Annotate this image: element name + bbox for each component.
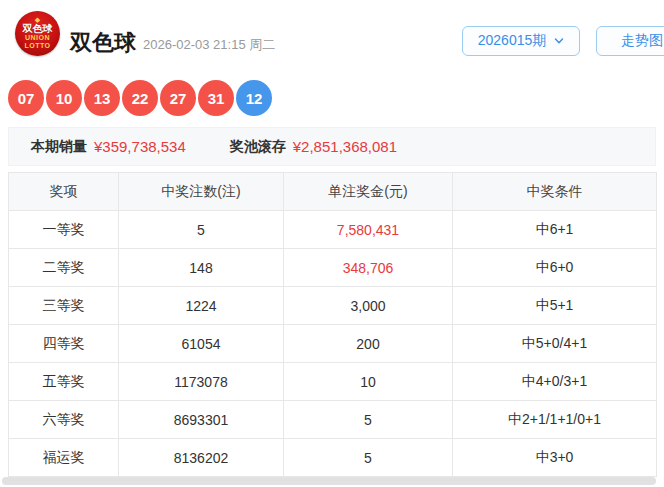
- page-title: 双色球: [70, 28, 136, 58]
- pool-label: 奖池滚存: [230, 138, 286, 156]
- condition-cell: 中4+0/3+1: [453, 363, 657, 401]
- issue-selector-label: 2026015期: [478, 32, 547, 50]
- union-lotto-logo: ◆ 双色球 UNION LOTTO: [15, 11, 60, 56]
- red-ball: 10: [46, 80, 82, 116]
- prize-cell: 五等奖: [9, 363, 119, 401]
- amount-cell: 5: [284, 439, 453, 477]
- prize-cell: 二等奖: [9, 249, 119, 287]
- table-row: 一等奖 5 7,580,431 中6+1: [9, 211, 657, 249]
- blue-bonus-ball: 12: [236, 80, 272, 116]
- sales-amount: ¥359,738,534: [94, 138, 186, 155]
- table-row: 四等奖 61054 200 中5+0/4+1: [9, 325, 657, 363]
- logo-text-cn: 双色球: [23, 23, 53, 34]
- amount-cell: 200: [284, 325, 453, 363]
- sales-label: 本期销量: [31, 138, 87, 156]
- pool-amount: ¥2,851,368,081: [293, 138, 397, 155]
- prize-table: 奖项 中奖注数(注) 单注奖金(元) 中奖条件 一等奖 5 7,580,431 …: [8, 172, 657, 477]
- prize-cell: 福运奖: [9, 439, 119, 477]
- header-prize: 奖项: [9, 173, 119, 211]
- table-row: 六等奖 8693301 5 中2+1/1+1/0+1: [9, 401, 657, 439]
- page-header: ◆ 双色球 UNION LOTTO 双色球 2026-02-03 21:15 周…: [0, 0, 664, 74]
- condition-cell: 中2+1/1+1/0+1: [453, 401, 657, 439]
- logo-text-lotto: LOTTO: [24, 42, 50, 50]
- amount-cell: 7,580,431: [284, 211, 453, 249]
- red-ball: 31: [198, 80, 234, 116]
- amount-cell: 348,706: [284, 249, 453, 287]
- table-row: 二等奖 148 348,706 中6+0: [9, 249, 657, 287]
- red-ball: 27: [160, 80, 196, 116]
- chevron-down-icon: [554, 36, 564, 46]
- header-count: 中奖注数(注): [119, 173, 284, 211]
- prize-cell: 三等奖: [9, 287, 119, 325]
- count-cell: 8693301: [119, 401, 284, 439]
- count-cell: 1173078: [119, 363, 284, 401]
- count-cell: 5: [119, 211, 284, 249]
- count-cell: 148: [119, 249, 284, 287]
- count-cell: 61054: [119, 325, 284, 363]
- pool-group: 奖池滚存 ¥2,851,368,081: [230, 138, 397, 156]
- red-ball: 13: [84, 80, 120, 116]
- prize-cell: 四等奖: [9, 325, 119, 363]
- header-condition: 中奖条件: [453, 173, 657, 211]
- amount-cell: 3,000: [284, 287, 453, 325]
- table-row: 福运奖 8136202 5 中3+0: [9, 439, 657, 477]
- count-cell: 8136202: [119, 439, 284, 477]
- prize-cell: 一等奖: [9, 211, 119, 249]
- table-row: 三等奖 1224 3,000 中5+1: [9, 287, 657, 325]
- amount-cell: 5: [284, 401, 453, 439]
- condition-cell: 中6+1: [453, 211, 657, 249]
- issue-selector-dropdown[interactable]: 2026015期: [462, 26, 580, 56]
- count-cell: 1224: [119, 287, 284, 325]
- condition-cell: 中5+0/4+1: [453, 325, 657, 363]
- sales-info-bar: 本期销量 ¥359,738,534 奖池滚存 ¥2,851,368,081: [8, 127, 656, 166]
- header-amount: 单注奖金(元): [284, 173, 453, 211]
- logo-text-union: UNION: [25, 34, 50, 42]
- trend-chart-button-label: 走势图: [621, 32, 663, 50]
- condition-cell: 中3+0: [453, 439, 657, 477]
- horizontal-scrollbar[interactable]: [2, 477, 656, 485]
- winning-numbers: 07 10 13 22 27 31 12: [8, 80, 272, 116]
- amount-cell: 10: [284, 363, 453, 401]
- red-ball: 07: [8, 80, 44, 116]
- red-ball: 22: [122, 80, 158, 116]
- table-row: 五等奖 1173078 10 中4+0/3+1: [9, 363, 657, 401]
- trend-chart-button[interactable]: 走势图: [596, 26, 664, 56]
- draw-datetime: 2026-02-03 21:15 周二: [143, 36, 275, 54]
- condition-cell: 中6+0: [453, 249, 657, 287]
- condition-cell: 中5+1: [453, 287, 657, 325]
- prize-cell: 六等奖: [9, 401, 119, 439]
- table-header-row: 奖项 中奖注数(注) 单注奖金(元) 中奖条件: [9, 173, 657, 211]
